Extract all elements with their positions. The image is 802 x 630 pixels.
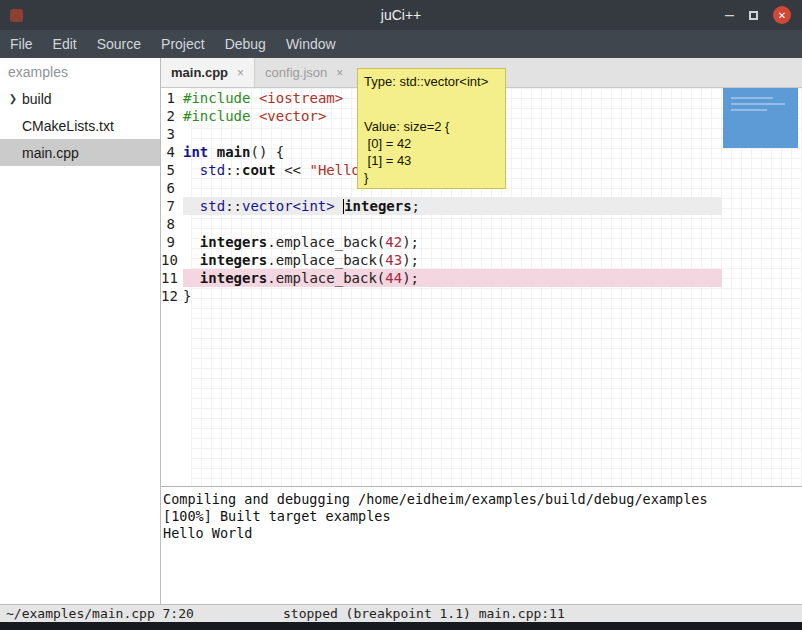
cursor-location: ~/examples/main.cpp 7:20	[6, 606, 194, 621]
title-bar[interactable]: juCi++ – ✕	[0, 0, 802, 30]
line-number[interactable]: 4	[161, 143, 183, 161]
code-token: .emplace_back(	[267, 252, 385, 268]
menu-item-project[interactable]: Project	[151, 36, 215, 52]
code-token: std	[200, 198, 225, 214]
maximize-button[interactable]	[749, 11, 758, 20]
minimize-button[interactable]: –	[725, 10, 734, 20]
code-token: std	[200, 162, 225, 178]
code-line-8[interactable]: 8	[161, 215, 802, 233]
sidebar-item-build[interactable]: ❯build	[0, 85, 160, 112]
code-token	[183, 234, 200, 250]
tooltip-gap	[364, 90, 499, 118]
line-number[interactable]: 9	[161, 233, 183, 251]
tooltip-value-line: [0] = 42	[364, 135, 499, 152]
tab-label: config.json	[265, 65, 327, 80]
code-token: .emplace_back(	[267, 270, 385, 286]
code-token	[183, 252, 200, 268]
app-window: juCi++ – ✕ FileEditSourceProjectDebugWin…	[0, 0, 802, 630]
code-line-12[interactable]: 12}	[161, 287, 802, 305]
code-token: #include	[183, 90, 250, 106]
code-token	[335, 198, 343, 214]
code-token	[250, 108, 258, 124]
code-token: );	[402, 234, 419, 250]
tooltip-value-line: }	[364, 169, 499, 186]
tab-close-icon[interactable]: ×	[237, 66, 244, 80]
window-title: juCi++	[0, 7, 802, 23]
debug-value-tooltip: Type: std::vector<int> Value: size=2 { […	[357, 68, 506, 189]
code-token: int	[183, 144, 208, 160]
minimap-slider[interactable]	[723, 88, 798, 148]
code-line-10[interactable]: 10 integers.emplace_back(43);	[161, 251, 802, 269]
close-button[interactable]: ✕	[773, 6, 791, 24]
tab-close-icon[interactable]: ×	[336, 66, 343, 80]
line-number[interactable]: 10	[161, 251, 183, 269]
code-token: main	[217, 144, 251, 160]
code-token	[183, 198, 200, 214]
code-line-7[interactable]: 7 std::vector<int> integers;	[161, 197, 802, 215]
code-text: integers.emplace_back(44);	[183, 269, 722, 287]
code-token: () {	[250, 144, 284, 160]
sidebar-item-cmakelists-txt[interactable]: CMakeLists.txt	[0, 112, 160, 139]
line-number[interactable]: 3	[161, 125, 183, 143]
menu-item-edit[interactable]: Edit	[43, 36, 87, 52]
line-number[interactable]: 8	[161, 215, 183, 233]
code-token: <<	[276, 162, 310, 178]
app-icon	[10, 9, 23, 22]
code-token	[183, 270, 200, 286]
code-token: vector<int>	[242, 198, 335, 214]
code-text: integers.emplace_back(42);	[183, 233, 722, 251]
code-token: integers	[200, 234, 267, 250]
menu-item-window[interactable]: Window	[276, 36, 346, 52]
tab-label: main.cpp	[171, 65, 228, 80]
line-number[interactable]: 2	[161, 107, 183, 125]
code-token: integers	[200, 252, 267, 268]
menu-item-source[interactable]: Source	[87, 36, 151, 52]
code-token: 44	[385, 270, 402, 286]
menu-item-debug[interactable]: Debug	[215, 36, 276, 52]
tooltip-type-line: Type: std::vector<int>	[364, 73, 499, 90]
code-token: 42	[385, 234, 402, 250]
file-tree-panel: examples ❯buildCMakeLists.txtmain.cpp	[0, 58, 160, 604]
code-text	[183, 215, 722, 233]
line-number[interactable]: 12	[161, 287, 183, 305]
code-token: 43	[385, 252, 402, 268]
code-token: ;	[412, 198, 420, 214]
bottom-strip	[0, 622, 802, 630]
code-token: }	[183, 288, 191, 304]
window-controls: – ✕	[725, 6, 802, 24]
code-token: ::	[225, 162, 242, 178]
code-token: ::	[225, 198, 242, 214]
tab-main-cpp[interactable]: main.cpp×	[161, 58, 255, 87]
line-number[interactable]: 6	[161, 179, 183, 197]
terminal-line: Hello World	[163, 525, 802, 542]
terminal-panel[interactable]: Compiling and debugging /home/eidheim/ex…	[161, 487, 802, 604]
line-number[interactable]: 5	[161, 161, 183, 179]
file-label: build	[22, 91, 52, 107]
line-number[interactable]: 11	[161, 269, 183, 287]
sidebar-item-main-cpp[interactable]: main.cpp	[0, 139, 160, 166]
code-text: integers.emplace_back(43);	[183, 251, 722, 269]
code-token: );	[402, 270, 419, 286]
tooltip-value-line: [1] = 43	[364, 152, 499, 169]
line-number[interactable]: 7	[161, 197, 183, 215]
code-line-11[interactable]: 11 integers.emplace_back(44);	[161, 269, 802, 287]
code-token: .emplace_back(	[267, 234, 385, 250]
code-text: std::vector<int> integers;	[183, 197, 722, 215]
tooltip-value-block: Value: size=2 { [0] = 42 [1] = 43}	[364, 118, 499, 186]
debug-status: stopped (breakpoint 1.1) main.cpp:11	[283, 606, 565, 621]
file-label: main.cpp	[22, 145, 79, 161]
file-tree: ❯buildCMakeLists.txtmain.cpp	[0, 85, 160, 166]
maximize-icon	[749, 11, 758, 20]
code-text: }	[183, 287, 722, 305]
file-label: CMakeLists.txt	[22, 118, 114, 134]
tab-config-json[interactable]: config.json×	[255, 58, 353, 87]
menu-item-file[interactable]: File	[0, 36, 43, 52]
terminal-line: Compiling and debugging /home/eidheim/ex…	[163, 491, 802, 508]
status-bar: ~/examples/main.cpp 7:20 stopped (breakp…	[0, 604, 802, 622]
code-line-9[interactable]: 9 integers.emplace_back(42);	[161, 233, 802, 251]
project-name: examples	[0, 58, 160, 85]
line-number[interactable]: 1	[161, 89, 183, 107]
code-token	[250, 90, 258, 106]
expander-icon[interactable]: ❯	[6, 93, 20, 104]
code-token	[183, 162, 200, 178]
